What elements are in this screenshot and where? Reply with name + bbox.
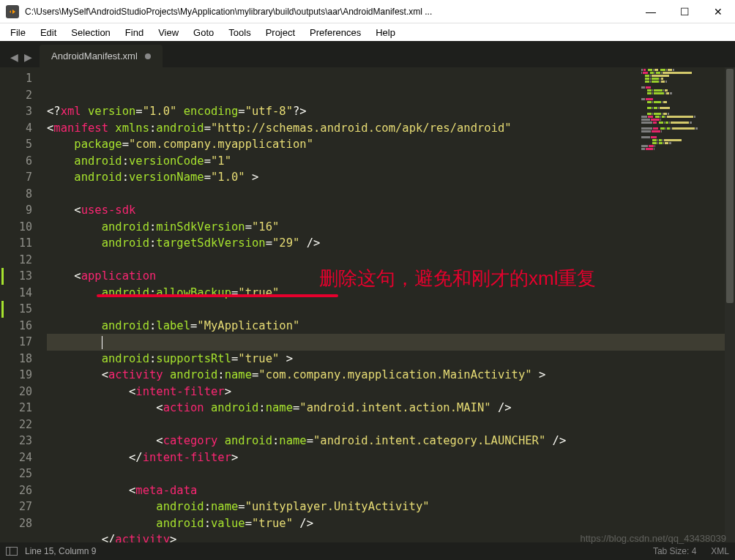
nav-forward-icon[interactable]: ▶ [21,51,35,63]
gutter-line: 24 [0,449,32,466]
tab-label: AndroidManifest.xml [51,51,138,61]
code-line[interactable]: <?xml version="1.0" encoding="utf-8"?> [47,103,735,120]
code-line[interactable]: <action android:name="android.intent.act… [47,400,735,417]
gutter-line: 9 [0,202,32,219]
code-line[interactable]: <meta-data [47,482,735,499]
menu-help[interactable]: Help [368,26,403,40]
code-line[interactable] [47,334,735,351]
gutter-line: 18 [0,351,32,367]
gutter-line: 23 [0,433,32,449]
gutter-line: 7 [0,169,32,186]
code-line[interactable] [47,417,735,433]
code-line[interactable] [47,466,735,482]
window-title: C:\Users\MySelf\AndroidStudioProjects\My… [25,7,634,17]
tab-row: ◀ ▶ AndroidManifest.xml [0,41,735,67]
gutter-line: 27 [0,499,32,515]
code-line[interactable] [47,252,735,269]
code-line[interactable]: android:value="true" /> [47,515,735,532]
watermark: https://blog.csdn.net/qq_43438039 [581,533,727,544]
menu-tools[interactable]: Tools [221,26,258,40]
code-line[interactable]: </intent-filter> [47,449,735,466]
code-line[interactable] [47,186,735,203]
status-syntax[interactable]: XML [711,546,729,556]
gutter-line: 1 [0,70,32,87]
code-line[interactable]: android:versionCode="1" [47,153,735,170]
panel-icon[interactable] [6,547,18,556]
annotation-text: 删除这句，避免和刚才的xml重复 [319,270,596,287]
app-body: ◀ ▶ AndroidManifest.xml 1234567891011121… [0,41,735,560]
gutter-line: 12 [0,252,32,269]
gutter-line: 26 [0,482,32,499]
gutter-line: 19 [0,367,32,384]
code-line[interactable]: android:name="unityplayer.UnityActivity" [47,499,735,515]
gutter: 1234567891011121314151617181920212223242… [0,67,41,542]
scroll-thumb[interactable] [726,69,734,303]
menubar: FileEditSelectionFindViewGotoToolsProjec… [0,23,735,41]
minimize-button[interactable]: — [634,0,668,23]
editor: 1234567891011121314151617181920212223242… [0,67,735,542]
gutter-line: 28 [0,515,32,532]
code-line[interactable]: <uses-sdk [47,202,735,219]
maximize-button[interactable]: ☐ [668,0,701,23]
annotation-underline [97,294,338,297]
code-area[interactable]: <?xml version="1.0" encoding="utf-8"?><m… [41,67,735,542]
gutter-line: 17 [0,334,32,351]
gutter-line: 22 [0,417,32,433]
gutter-line: 8 [0,186,32,203]
gutter-line: 16 [0,318,32,335]
code-line[interactable]: android:minSdkVersion="16" [47,219,735,236]
menu-file[interactable]: File [3,26,33,40]
gutter-line: 2 [0,87,32,104]
status-tab-size[interactable]: Tab Size: 4 [653,546,696,556]
close-button[interactable]: ✕ [701,0,735,23]
statusbar: Line 15, Column 9 Tab Size: 4 XML [0,542,735,560]
titlebar: C:\Users\MySelf\AndroidStudioProjects\My… [0,0,735,23]
code-line[interactable]: <category android:name="android.intent.c… [47,433,735,449]
gutter-line: 6 [0,153,32,170]
menu-find[interactable]: Find [118,26,151,40]
code-line[interactable]: package="com.company.myapplication" [47,136,735,153]
menu-edit[interactable]: Edit [33,26,64,40]
gutter-line: 15 [0,301,32,318]
gutter-line: 10 [0,219,32,236]
code-line[interactable]: android:label="MyApplication" [47,318,735,335]
gutter-line: 11 [0,235,32,252]
menu-project[interactable]: Project [258,26,302,40]
menu-goto[interactable]: Goto [186,26,221,40]
nav-back-icon[interactable]: ◀ [7,51,21,63]
gutter-line: 14 [0,285,32,302]
gutter-line: 13 [0,268,32,285]
unsaved-dot-icon [145,53,151,59]
menu-selection[interactable]: Selection [64,26,117,40]
nav-arrows: ◀ ▶ [3,51,40,67]
code-line[interactable] [47,301,735,318]
app-icon [6,5,19,18]
gutter-line: 20 [0,384,32,400]
code-line[interactable]: <manifest xmlns:android="http://schemas.… [47,120,735,137]
code-line[interactable]: android:supportsRtl="true" > [47,351,735,367]
code-line[interactable]: android:targetSdkVersion="29" /> [47,235,735,252]
tab[interactable]: AndroidManifest.xml [40,45,163,67]
gutter-line: 4 [0,120,32,137]
window-controls: — ☐ ✕ [634,0,735,23]
gutter-line: 21 [0,400,32,417]
gutter-line: 25 [0,466,32,482]
gutter-line: 5 [0,136,32,153]
code-line[interactable]: <intent-filter> [47,384,735,400]
status-position[interactable]: Line 15, Column 9 [25,546,653,556]
menu-preferences[interactable]: Preferences [302,26,368,40]
gutter-line: 3 [0,103,32,120]
scrollbar[interactable] [725,67,735,542]
menu-view[interactable]: View [151,26,186,40]
code-line[interactable]: android:versionName="1.0" > [47,169,735,186]
code-line[interactable]: <activity android:name="com.company.myap… [47,367,735,384]
